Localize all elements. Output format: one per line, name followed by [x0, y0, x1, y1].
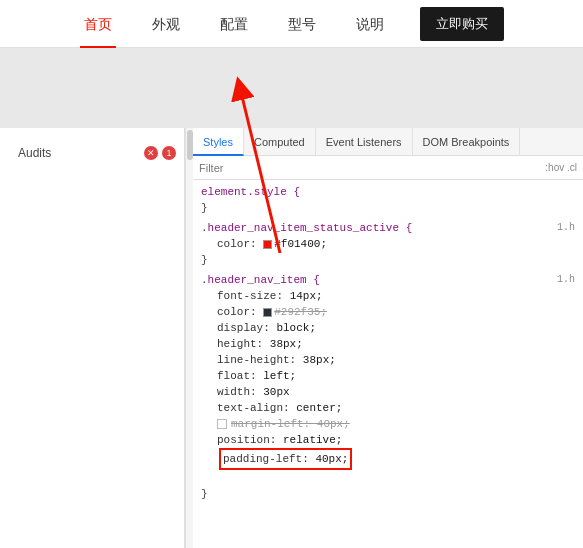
- css-val-font-size: 14px;: [290, 290, 323, 302]
- css-close-brace-3: }: [201, 488, 208, 500]
- nav-item-model[interactable]: 型号: [284, 0, 320, 48]
- top-navigation: 首页 外观 配置 型号 说明 立即购买: [0, 0, 583, 48]
- css-val-line-height: 38px;: [303, 354, 336, 366]
- tab-computed[interactable]: Computed: [244, 128, 316, 156]
- css-prop-display: display: block;: [201, 320, 575, 336]
- tab-dom-breakpoints[interactable]: DOM Breakpoints: [413, 128, 521, 156]
- css-code-area: element.style { } .header_nav_item_statu…: [193, 180, 583, 548]
- audits-header-row: Audits ✕ 1: [0, 136, 184, 170]
- css-prop-color: color: #292f35;: [201, 304, 575, 320]
- css-selector-element-style: element.style {: [201, 186, 300, 198]
- css-val-height: 38px;: [270, 338, 303, 350]
- audits-label: Audits: [8, 140, 61, 166]
- filter-pseudo-label: :hov .cl: [545, 162, 577, 173]
- css-prop-width: width: 30px: [201, 384, 575, 400]
- nav-item-home[interactable]: 首页: [80, 0, 116, 48]
- css-val-color: #292f35;: [274, 306, 327, 318]
- devtools-panel: Styles Computed Event Listeners DOM Brea…: [193, 128, 583, 548]
- css-val-padding-left: 40px;: [315, 453, 348, 465]
- css-prop-position: position: relative;: [201, 432, 575, 448]
- main-area: Audits ✕ 1 Styles Computed Event Listene…: [0, 128, 583, 548]
- css-link-nav-item[interactable]: 1.h: [557, 272, 575, 288]
- tab-styles[interactable]: Styles: [193, 128, 244, 156]
- css-prop-font-size: font-size: 14px;: [201, 288, 575, 304]
- css-block-element-style: element.style { }: [201, 184, 575, 216]
- css-prop-margin-left: margin-left: 40px;: [201, 416, 575, 432]
- css-val-display: block;: [276, 322, 316, 334]
- nav-item-config[interactable]: 配置: [216, 0, 252, 48]
- css-val-position: relative;: [283, 434, 342, 446]
- css-value-color-active: #f01400;: [274, 238, 327, 250]
- arrow-area: [0, 48, 583, 128]
- css-close-brace-2: }: [201, 254, 208, 266]
- css-prop-text-align: text-align: center;: [201, 400, 575, 416]
- filter-input[interactable]: [199, 162, 541, 174]
- css-selector-nav-active: .header_nav_item_status_active {: [201, 222, 412, 234]
- css-block-nav-active: .header_nav_item_status_active { 1.h col…: [201, 220, 575, 268]
- filter-bar: :hov .cl: [193, 156, 583, 180]
- nav-item-appearance[interactable]: 外观: [148, 0, 184, 48]
- devtools-tabs: Styles Computed Event Listeners DOM Brea…: [193, 128, 583, 156]
- audits-badge: 1: [162, 146, 176, 160]
- css-prop-padding-left-row: padding-left: 40px;: [201, 448, 575, 470]
- css-prop-line-height: line-height: 38px;: [201, 352, 575, 368]
- scroll-thumb[interactable]: [187, 130, 193, 160]
- css-selector-nav-item: .header_nav_item {: [201, 274, 320, 286]
- cta-button[interactable]: 立即购买: [420, 7, 504, 41]
- audits-panel: Audits ✕ 1: [0, 128, 185, 548]
- color-swatch-dark: [263, 308, 272, 317]
- color-swatch-red: [263, 240, 272, 249]
- css-property-color-active: color: #f01400;: [201, 236, 575, 252]
- tab-event-listeners[interactable]: Event Listeners: [316, 128, 413, 156]
- checkbox-margin-left[interactable]: [217, 419, 227, 429]
- css-prop-padding-left-highlighted: padding-left: 40px;: [219, 448, 352, 470]
- nav-items-container: 首页 外观 配置 型号 说明 立即购买: [80, 0, 504, 48]
- css-prop-float: float: left;: [201, 368, 575, 384]
- nav-item-description[interactable]: 说明: [352, 0, 388, 48]
- css-val-margin-left: margin-left: 40px;: [231, 418, 350, 430]
- css-close-brace: }: [201, 202, 208, 214]
- css-val-float: left;: [263, 370, 296, 382]
- css-prop-height: height: 38px;: [201, 336, 575, 352]
- scrollbar[interactable]: [185, 128, 193, 548]
- close-icon[interactable]: ✕: [144, 146, 158, 160]
- css-block-nav-item: .header_nav_item { 1.h font-size: 14px; …: [201, 272, 575, 502]
- css-link-nav-active[interactable]: 1.h: [557, 220, 575, 236]
- css-val-text-align: center;: [296, 402, 342, 414]
- css-val-width: 30px: [263, 386, 289, 398]
